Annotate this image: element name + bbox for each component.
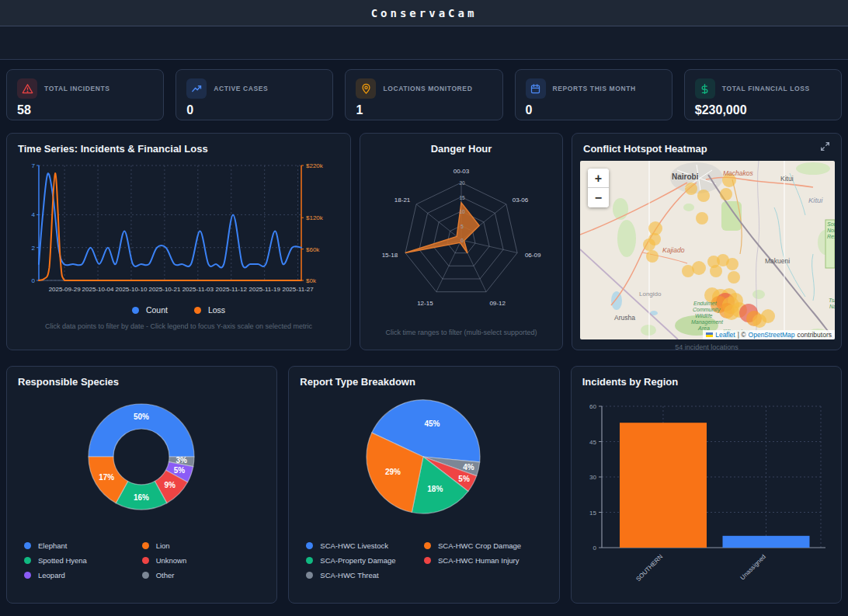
svg-text:15: 15 [589, 510, 596, 517]
legend-item[interactable]: SCA-Property Damage [306, 556, 424, 565]
map-place-label: Makueni [765, 257, 790, 265]
slice-percent-label: 5% [174, 466, 186, 475]
series-line-count[interactable] [39, 173, 301, 267]
radar-axis-label[interactable]: 15-18 [382, 252, 398, 259]
map-attribution: Leaflet | © OpenStreetMap contributors [703, 330, 835, 339]
svg-text:$120k: $120k [306, 214, 324, 221]
map-place-label: Res [827, 234, 835, 239]
map-place-label: Machakos [723, 169, 753, 177]
panel-report-type: Report Type Breakdown 45%4%5%18%29% SCA-… [288, 366, 559, 604]
svg-text:5: 5 [460, 224, 464, 229]
svg-text:60: 60 [589, 403, 596, 410]
zoom-out-button[interactable]: − [588, 188, 609, 207]
panel-danger-hour: Danger Hour 0510152000-0303-0606-0909-12… [360, 133, 563, 350]
incident-heat-point[interactable] [752, 314, 766, 328]
legend-label: SCA-Property Damage [320, 556, 395, 565]
openstreetmap-link[interactable]: OpenStreetMap [749, 331, 795, 339]
incident-heat-point[interactable] [720, 188, 732, 200]
incident-heat-point[interactable] [726, 258, 739, 270]
legend-item[interactable]: Count [132, 305, 168, 315]
stat-value: 1 [356, 103, 492, 117]
radar-axis-label[interactable]: 18-21 [394, 197, 411, 204]
legend-label: SCA-HWC Crop Damage [438, 541, 521, 550]
map-place-label: Community [693, 307, 721, 313]
stat-card-reports-this-month: REPORTS THIS MONTH 0 [515, 69, 672, 120]
stat-label: ACTIVE CASES [214, 85, 268, 92]
legend-dot [24, 557, 31, 564]
stat-card-total-incidents: TOTAL INCIDENTS 58 [6, 69, 164, 120]
legend-item[interactable]: Spotted Hyena [24, 556, 142, 565]
legend-item[interactable]: Unknown [142, 556, 260, 565]
legend-item[interactable]: Leopard [24, 571, 142, 579]
radar-axis-label[interactable]: 03-06 [513, 197, 529, 204]
map-zoom-control: + − [588, 169, 609, 207]
legend-label: Unknown [156, 556, 187, 565]
legend-item[interactable]: Other [142, 571, 260, 579]
legend-item[interactable]: SCA-HWC Livestock [306, 541, 424, 550]
incident-heat-point[interactable] [692, 261, 706, 275]
svg-text:10: 10 [459, 209, 465, 214]
map-place-label: Endulmet [693, 301, 718, 306]
legend-label: SCA-HWC Human Injury [438, 556, 520, 565]
map-canvas[interactable]: NairobiMachakosKituiKituiKajiadoMakueniL… [580, 161, 835, 339]
legend-label: Leopard [38, 571, 65, 579]
svg-text:0: 0 [593, 545, 597, 552]
incident-heat-point[interactable] [696, 212, 708, 224]
panel-title: Conflict Hotspot Heatmap [572, 134, 718, 159]
warning-triangle-icon [17, 78, 37, 99]
stat-value: 0 [186, 103, 322, 117]
time-series-chart[interactable]: 2025-09-292025-10-042025-10-102025-10-21… [16, 159, 342, 304]
legend-item[interactable]: Elephant [24, 541, 142, 550]
svg-text:2025-10-21: 2025-10-21 [148, 286, 180, 293]
radar-axis-label[interactable]: 09-12 [489, 300, 506, 307]
flag-icon [706, 332, 713, 337]
incident-heat-point[interactable] [685, 183, 697, 195]
legend-label: Loss [208, 305, 225, 315]
legend-dot [424, 542, 431, 549]
incident-heat-point[interactable] [710, 265, 722, 277]
incident-heat-point[interactable] [643, 238, 655, 251]
region-bar-chart[interactable]: 015304560SOUTHERNUnassigned [574, 392, 838, 590]
map-place-label: Nat [829, 304, 835, 309]
species-donut-chart[interactable]: 50%3%5%9%16%17% [17, 395, 266, 518]
danger-hour-radar-chart[interactable]: 0510152000-0303-0606-0909-1212-1515-1818… [368, 161, 554, 322]
radar-axis-label[interactable]: 12-15 [417, 300, 433, 307]
incident-heat-point[interactable] [728, 271, 740, 284]
legend-item[interactable]: SCA-HWC Crop Damage [424, 541, 542, 550]
legend-dot [24, 542, 31, 549]
app-title: ConservaCam [371, 7, 478, 19]
legend-item[interactable]: SCA-HWC Human Injury [424, 556, 542, 565]
bar-unassigned[interactable] [723, 536, 810, 548]
bar-southern[interactable] [620, 423, 707, 548]
radar-axis-label[interactable]: 00-03 [454, 168, 470, 175]
svg-text:0: 0 [460, 238, 464, 243]
panel-title: Incidents by Region [572, 367, 841, 392]
incident-heat-point[interactable] [646, 250, 659, 263]
radar-data-polygon[interactable] [405, 203, 479, 253]
incident-heat-point[interactable] [697, 190, 710, 202]
charts-row-bottom: Responsible Species 50%3%5%9%16%17% Elep… [6, 366, 842, 604]
slice-percent-label: 16% [134, 493, 149, 502]
incident-heat-point[interactable] [682, 265, 694, 277]
legend-item[interactable]: Lion [142, 541, 260, 550]
map-place-label: South [827, 221, 835, 227]
legend-label: Spotted Hyena [38, 556, 87, 565]
time-series-caption: Click data points to filter by date - Cl… [7, 322, 350, 330]
radar-axis-label[interactable]: 06-09 [525, 252, 541, 259]
report-type-pie-chart[interactable]: 45%4%5%18%29% [299, 395, 548, 518]
svg-text:2: 2 [32, 245, 36, 252]
expand-icon[interactable] [820, 134, 832, 154]
svg-text:30: 30 [589, 474, 596, 481]
zoom-in-button[interactable]: + [588, 169, 609, 188]
map-place-label: Kajiado [662, 246, 685, 254]
legend-label: Other [156, 571, 175, 579]
legend-item[interactable]: Loss [194, 305, 225, 315]
leaflet-link[interactable]: Leaflet [715, 331, 735, 339]
map-place-label: Tsavo [829, 298, 835, 303]
legend-item[interactable]: SCA-HWC Threat [306, 571, 424, 579]
legend-dot [194, 307, 201, 314]
map-place-label: North [827, 228, 835, 233]
leaflet-map[interactable]: + − [580, 161, 835, 339]
stat-card-locations-monitored: LOCATIONS MONITORED 1 [345, 69, 502, 120]
map-place-label: Wildlife [695, 313, 713, 318]
